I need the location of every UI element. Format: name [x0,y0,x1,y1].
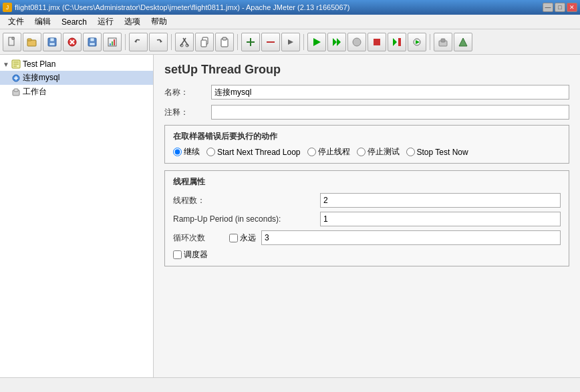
copy-button[interactable] [195,33,214,51]
comment-label: 注释： [164,107,211,118]
minimize-button[interactable]: — [543,3,553,12]
add-button[interactable] [241,33,260,51]
menu-edit[interactable]: 编辑 [29,15,56,29]
svg-marker-31 [333,38,337,46]
error-action-options: 继续 Start Next Thread Loop 停止线程 停止测试 Stop… [173,146,561,158]
option-continue[interactable]: 继续 [173,146,200,158]
menu-file[interactable]: 文件 [3,15,29,29]
toggle-button[interactable] [388,33,406,51]
sep4 [303,34,304,50]
tree-item-workbench[interactable]: ▶ 工作台 [0,85,153,99]
open-button[interactable] [23,33,41,51]
loop-count-label: 循环次数 [173,232,227,244]
run-no-pause-button[interactable] [327,33,346,51]
loop-count-row: 循环次数 永远 [173,230,561,245]
title-bar: J flight0811.jmx (C:\Users\Administrator… [0,0,580,15]
close-button[interactable]: ✕ [567,3,577,12]
remove-button[interactable] [261,33,280,51]
sep3 [237,34,238,50]
name-row: 名称： [164,85,569,100]
expand-button[interactable] [281,33,300,51]
menu-options[interactable]: 选项 [119,15,146,29]
svg-rect-36 [398,38,401,46]
svg-rect-34 [374,39,380,45]
ramp-up-input[interactable] [320,212,561,226]
save2-button[interactable] [83,33,102,51]
scheduler-label: 调度器 [184,249,208,260]
option-stop-thread[interactable]: 停止线程 [307,146,350,158]
svg-rect-14 [112,41,113,45]
stop-all-button[interactable] [368,33,386,51]
radio-start-next[interactable] [206,148,215,156]
svg-rect-5 [49,43,55,45]
status-bar [0,377,580,392]
scheduler-checkbox[interactable] [173,250,182,259]
stop-button[interactable] [63,33,82,51]
forever-option[interactable]: 永远 [229,232,256,244]
scheduler-option[interactable]: 调度器 [173,249,208,260]
redo-button[interactable] [149,33,168,51]
ramp-up-row: Ramp-Up Period (in seconds): [173,212,561,226]
tool2-button[interactable] [454,33,472,51]
window-controls: — □ ✕ [543,3,577,12]
title-bar-text: flight0811.jmx (C:\Users\Administrator\D… [15,3,349,11]
radio-stop-test[interactable] [357,148,366,156]
option-stop-test[interactable]: 停止测试 [357,146,400,158]
scheduler-row: 调度器 [173,249,561,260]
menu-run[interactable]: 运行 [92,15,119,29]
name-input[interactable] [211,85,569,100]
test-plan-label: Test Plan [23,59,55,69]
run-button[interactable] [307,33,326,51]
svg-marker-32 [337,38,341,46]
tree-item-test-plan[interactable]: ▼ Test Plan [0,57,153,71]
workbench-icon [11,87,21,97]
content-panel: setUp Thread Group 名称： 注释： 在取样器错误后要执行的动作… [154,55,580,377]
sep5 [430,34,430,50]
svg-marker-30 [313,38,321,46]
toolbar [0,29,580,55]
comment-row: 注释： [164,105,569,120]
thread-count-row: 线程数： [173,193,561,208]
menu-bar: 文件 编辑 Search 运行 选项 帮助 [0,15,580,29]
thread-count-input[interactable] [320,193,561,208]
comment-input[interactable] [211,105,569,120]
tree-item-connect-mysql[interactable]: ▼ 连接mysql [0,71,153,85]
tree-toggle[interactable]: ▼ [3,61,9,68]
tool1-button[interactable] [434,33,452,51]
title-bar-left: J flight0811.jmx (C:\Users\Administrator… [3,3,349,12]
forever-label: 永远 [240,232,256,244]
undo-button[interactable] [129,33,148,51]
error-action-title: 在取样器错误后要执行的动作 [173,131,561,142]
connect-mysql-label: 连接mysql [23,72,59,83]
radio-stop-now[interactable] [406,148,415,156]
svg-rect-11 [90,43,95,45]
sidebar: ▼ Test Plan ▼ 连接mysql ▶ 工作台 [0,55,154,377]
forever-checkbox[interactable] [229,234,238,242]
svg-rect-23 [201,40,206,47]
svg-marker-38 [416,40,420,44]
svg-rect-25 [223,37,227,40]
radio-continue[interactable] [173,148,182,156]
maximize-button[interactable]: □ [555,3,565,12]
svg-rect-2 [27,39,31,41]
cut-button[interactable] [175,33,194,51]
thread-section: 线程属性 线程数： Ramp-Up Period (in seconds): 循… [164,170,569,266]
remote-start-button[interactable] [408,33,426,51]
save-button[interactable] [43,33,61,51]
option-stop-now[interactable]: Stop Test Now [406,148,468,157]
name-label: 名称： [164,87,211,98]
report-button[interactable] [103,33,122,51]
menu-help[interactable]: 帮助 [146,15,172,29]
new-button[interactable] [3,33,21,51]
paste-button[interactable] [215,33,234,51]
svg-rect-40 [441,39,445,42]
error-action-section: 在取样器错误后要执行的动作 继续 Start Next Thread Loop … [164,125,569,164]
radio-stop-thread[interactable] [307,148,316,156]
svg-point-33 [353,38,361,46]
option-start-next[interactable]: Start Next Thread Loop [206,148,301,157]
menu-search[interactable]: Search [56,16,92,28]
svg-marker-41 [459,38,467,46]
loop-count-input[interactable] [261,230,561,245]
pause-button[interactable] [347,33,366,51]
thread-section-title: 线程属性 [173,176,561,188]
